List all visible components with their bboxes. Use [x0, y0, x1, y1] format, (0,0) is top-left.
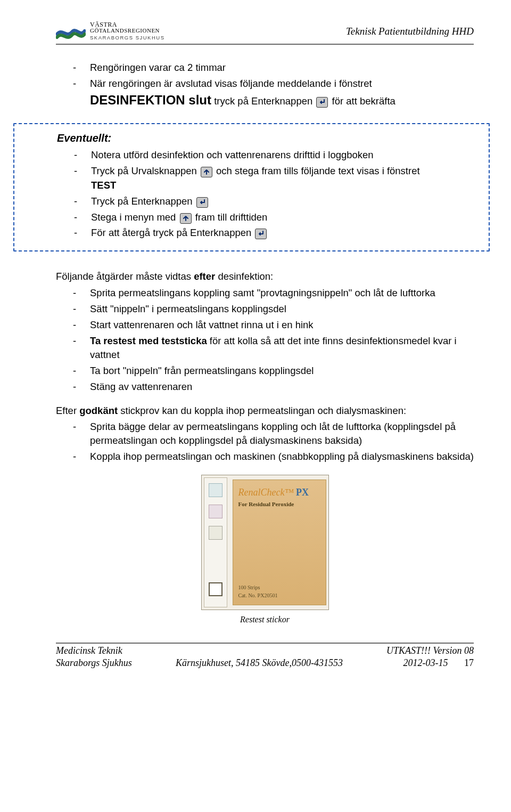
list-text: När rengöringen är avslutad visas följan…	[90, 77, 474, 110]
bullet-dash: -	[73, 450, 78, 464]
list-text: Sprita permeatslingans koppling samt "pr…	[90, 286, 474, 301]
bullet-dash: -	[74, 164, 79, 193]
bullet-dash: -	[73, 380, 78, 394]
bullet-dash: -	[73, 334, 78, 363]
after-list: -Sprita permeatslingans koppling samt "p…	[73, 286, 474, 394]
logo-line-2: GÖTALANDSREGIONEN	[90, 28, 165, 34]
footer-date: 2012-03-15	[403, 657, 448, 668]
logo-line-3: SKARABORGS SJUKHUS	[90, 35, 165, 40]
emphasis-efter: efter	[194, 271, 215, 282]
header-divider	[56, 44, 474, 45]
list-item: -Ta bort "nippeln" från permeatslingans …	[73, 364, 474, 378]
list-item: -Sprita permeatslingans koppling samt "p…	[73, 286, 474, 301]
eventuellt-box: Eventuellt: - Notera utförd desinfektion…	[13, 123, 490, 251]
page-number: 17	[464, 657, 474, 668]
list-text: Sprita bägge delar av permeatslingans ko…	[90, 420, 474, 449]
doc-title: Teknisk Patientutbildning HHD	[346, 25, 474, 38]
enter-key-icon	[255, 229, 267, 239]
list-text: Ta restest med teststicka för att kolla …	[90, 334, 474, 363]
footer-center: Kärnsjukhuset, 54185 Skövde,0500-431553	[176, 657, 343, 669]
page-header: VÄSTRA GÖTALANDSREGIONEN SKARABORGS SJUK…	[56, 21, 474, 40]
text: 100 Strips	[238, 584, 278, 592]
logo-text: VÄSTRA GÖTALANDSREGIONEN SKARABORGS SJUK…	[90, 21, 165, 40]
color-swatch	[209, 505, 222, 518]
emphasis-desinfektion: DESINFEKTION slut	[90, 93, 211, 107]
text: Stega i menyn med	[91, 212, 179, 223]
footer-date-page: 2012-03-15 17	[386, 657, 474, 669]
product-subtitle: For Residual Peroxide	[238, 500, 320, 509]
brand-name: RenalCheck™	[238, 487, 294, 498]
godkant-list: -Sprita bägge delar av permeatslingans k…	[73, 420, 474, 464]
emphasis-godkant: godkänt	[79, 405, 118, 416]
section-intro: Följande åtgärder måste vidtas efter des…	[56, 270, 474, 284]
list-text: Tryck på Urvalsknappen och stega fram ti…	[91, 164, 473, 193]
intro-list: - Rengöringen varar ca 2 timmar - När re…	[73, 61, 474, 109]
text: och stega fram tills följande text visas…	[216, 165, 420, 176]
list-text: Koppla ihop permeatslingan och maskinen …	[90, 450, 474, 464]
text: Cat. No. PX20501	[238, 592, 278, 600]
brand-suffix: PX	[296, 487, 309, 498]
text: Följande åtgärder måste vidtas	[56, 271, 194, 282]
bullet-dash: -	[73, 420, 78, 449]
product-footnote: 100 Strips Cat. No. PX20501	[238, 584, 278, 599]
bullet-dash: -	[73, 318, 78, 332]
emphasis-restest: Ta restest med teststicka	[90, 335, 207, 346]
list-text: Stega i menyn med fram till drifttiden	[91, 210, 473, 225]
list-item: - Rengöringen varar ca 2 timmar	[73, 61, 474, 75]
footer-org: Medicinsk Teknik	[56, 645, 132, 657]
product-figure: RenalCheck™PX For Residual Peroxide 100 …	[201, 475, 329, 610]
color-swatch	[209, 526, 222, 540]
text: tryck på Enterknappen	[214, 95, 315, 107]
list-item: - Tryck på Urvalsknappen och stega fram …	[74, 164, 473, 193]
page-content: - Rengöringen varar ca 2 timmar - När re…	[56, 61, 474, 626]
footer-address: Kärnsjukhuset, 54185 Skövde,0500-431553	[176, 657, 343, 669]
figure-body: RenalCheck™PX For Residual Peroxide 100 …	[202, 477, 328, 607]
eventuellt-list: - Notera utförd desinfektion och vattenr…	[74, 148, 473, 240]
figure-caption: Restest stickor	[56, 613, 474, 626]
bullet-dash: -	[74, 148, 79, 163]
up-arrow-icon	[201, 167, 212, 177]
list-item: - Ta restest med teststicka för att koll…	[73, 334, 474, 363]
logo-block: VÄSTRA GÖTALANDSREGIONEN SKARABORGS SJUK…	[56, 21, 165, 40]
product-box: RenalCheck™PX For Residual Peroxide 100 …	[233, 480, 326, 605]
list-text: Rengöringen varar ca 2 timmar	[90, 61, 474, 75]
text: för att bekräfta	[332, 95, 395, 107]
emphasis-test: TEST	[91, 180, 116, 191]
list-item: -Sprita bägge delar av permeatslingans k…	[73, 420, 474, 449]
list-item: -Sätt "nippeln" i permeatslingans koppli…	[73, 302, 474, 316]
text: stickprov kan du koppla ihop permeatslin…	[118, 405, 406, 416]
list-text: Start vattenrenaren och låt vattnet rinn…	[90, 318, 474, 332]
bullet-dash: -	[73, 286, 78, 301]
footer-version: UTKAST!!! Version 08	[386, 645, 474, 657]
test-strip-icon	[204, 477, 227, 607]
list-text: Stäng av vattenrenaren	[90, 380, 474, 394]
list-text: För att återgå tryck på Enterknappen	[91, 226, 473, 240]
after-desinfektion-section: Följande åtgärder måste vidtas efter des…	[56, 270, 474, 394]
text: Efter	[56, 405, 79, 416]
text: desinfektion:	[215, 271, 273, 282]
list-item: - Tryck på Enterknappen	[74, 194, 473, 209]
bullet-dash: -	[74, 194, 79, 209]
list-text: När rengöringen är avslutad visas följan…	[90, 78, 372, 89]
footer-hospital: Skaraborgs Sjukhus	[56, 657, 132, 669]
list-text: Ta bort "nippeln" från permeatslingans k…	[90, 364, 474, 378]
bullet-dash: -	[74, 226, 79, 240]
empty-swatch	[209, 582, 222, 596]
footer-left: Medicinsk Teknik Skaraborgs Sjukhus	[56, 645, 132, 669]
list-item: -Koppla ihop permeatslingan och maskinen…	[73, 450, 474, 464]
list-text: Tryck på Enterknappen	[91, 194, 473, 209]
list-item: - Notera utförd desinfektion och vattenr…	[74, 148, 473, 163]
enter-key-icon	[196, 197, 208, 208]
page-footer: Medicinsk Teknik Skaraborgs Sjukhus Kärn…	[56, 645, 474, 669]
text: fram till drifttiden	[195, 212, 268, 223]
section-intro: Efter godkänt stickprov kan du koppla ih…	[56, 404, 474, 418]
enter-key-icon	[316, 97, 328, 108]
bullet-dash: -	[73, 61, 78, 75]
list-text: Sätt "nippeln" i permeatslingans kopplin…	[90, 302, 474, 316]
list-item: - När rengöringen är avslutad visas följ…	[73, 77, 474, 110]
vgr-logo-icon	[56, 21, 86, 40]
footer-divider	[56, 643, 474, 644]
bullet-dash: -	[73, 302, 78, 316]
up-arrow-icon	[180, 213, 192, 224]
list-item: -Stäng av vattenrenaren	[73, 380, 474, 394]
